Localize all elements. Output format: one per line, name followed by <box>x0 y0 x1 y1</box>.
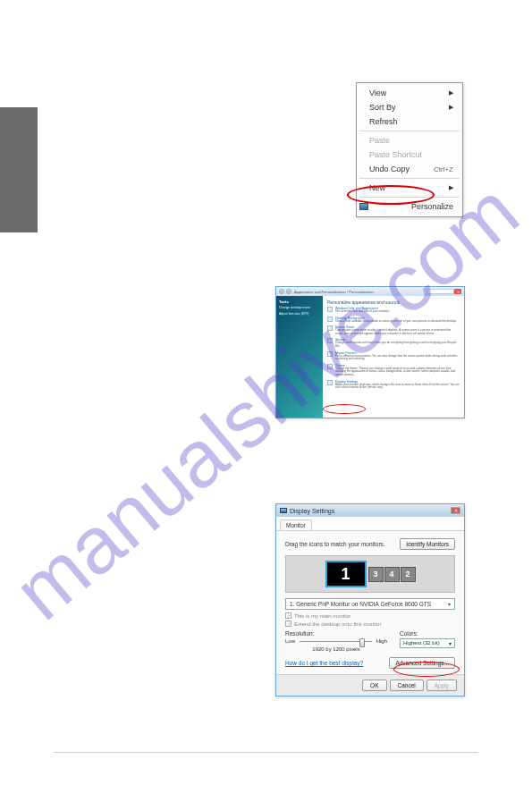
monitor-1[interactable]: 1 <box>325 561 367 587</box>
sidebar: Tasks Change desktop icons Adjust font s… <box>276 296 323 418</box>
menu-personalize[interactable]: Personalize <box>357 199 462 214</box>
sounds-icon <box>327 338 333 343</box>
close-button[interactable]: ✕ <box>451 507 460 514</box>
back-button[interactable]: ‹ <box>279 289 284 294</box>
menu-sort-by[interactable]: Sort By ▶ <box>357 100 462 114</box>
forward-button[interactable]: › <box>286 289 291 294</box>
colors-dropdown[interactable]: Highest (32 bit) ▾ <box>400 638 455 648</box>
checkbox-icon: ✓ <box>285 612 291 619</box>
display-settings-window: Display Settings ✕ Monitor Drag the icon… <box>275 503 465 696</box>
chevron-down-icon: ▾ <box>449 640 452 646</box>
resolution-slider[interactable]: Low High <box>285 638 387 644</box>
sidebar-heading: Tasks <box>279 300 320 304</box>
screensaver-icon <box>327 325 333 331</box>
colors-label: Colors: <box>400 630 455 637</box>
titlebar: ‹ › Appearance and Personalization › Per… <box>276 287 464 296</box>
dialog-button-bar: OK Cancel Apply <box>276 674 464 696</box>
panel-heading: Personalize appearance and sounds <box>327 300 460 305</box>
monitor-dropdown[interactable]: 1. Generic PnP Monitor on NVIDIA GeForce… <box>285 598 455 610</box>
resolution-label: Resolution: <box>285 630 387 637</box>
dropdown-value: 1. Generic PnP Monitor on NVIDIA GeForce… <box>290 601 431 607</box>
menu-undo-shortcut: Ctrl+Z <box>434 165 453 173</box>
colors-group: Colors: Highest (32 bit) ▾ <box>400 630 455 652</box>
drag-instruction: Drag the icons to match your monitors. <box>285 541 385 547</box>
cancel-button[interactable]: Cancel <box>390 680 424 691</box>
monitor-layout-area[interactable]: 1 3 4 2 <box>285 555 455 593</box>
identify-monitors-button[interactable]: Identify Monitors <box>400 538 455 550</box>
titlebar: Display Settings ✕ <box>276 504 464 517</box>
advanced-settings-button[interactable]: Advanced Settings... <box>389 657 455 669</box>
tab-strip: Monitor <box>276 517 464 531</box>
sidebar-link[interactable]: Change desktop icons <box>279 306 320 309</box>
menu-sort-label: Sort By <box>369 103 396 112</box>
menu-new[interactable]: New ▶ <box>357 181 462 195</box>
menu-paste-label: Paste <box>369 136 390 145</box>
menu-paste-shortcut: Paste Shortcut <box>357 148 462 162</box>
desktop-bg-icon <box>327 317 333 322</box>
mouse-icon <box>327 351 333 357</box>
submenu-arrow-icon: ▶ <box>449 89 453 97</box>
slider-low-label: Low <box>285 638 295 644</box>
ok-button[interactable]: OK <box>362 680 386 691</box>
sidebar-link[interactable]: Adjust font size (DPI) <box>279 312 320 316</box>
monitor-4[interactable]: 4 <box>384 567 400 582</box>
apply-button[interactable]: Apply <box>426 680 457 691</box>
main-panel: Personalize appearance and sounds Window… <box>323 296 464 418</box>
menu-separator <box>359 197 460 198</box>
submenu-arrow-icon: ▶ <box>449 184 453 191</box>
menu-undo-label: Undo Copy <box>369 165 410 173</box>
personalize-icon <box>359 203 368 210</box>
colors-value: Highest (32 bit) <box>403 640 440 646</box>
checkbox-label: This is my main monitor <box>294 613 350 619</box>
menu-view[interactable]: View ▶ <box>357 86 462 100</box>
desc: Fine tune the color and style of your wi… <box>335 310 390 314</box>
submenu-arrow-icon: ▶ <box>449 104 453 111</box>
window-title: Display Settings <box>290 508 334 514</box>
desktop-context-menu: View ▶ Sort By ▶ Refresh Paste Paste Sho… <box>356 82 463 217</box>
resolution-group: Resolution: Low High 1920 by 1200 pixels <box>285 630 387 652</box>
slider-track[interactable] <box>300 641 372 642</box>
footer-divider <box>54 752 478 753</box>
tab-monitor[interactable]: Monitor <box>280 519 312 530</box>
checkbox-icon: ✓ <box>285 620 291 627</box>
menu-paste-shortcut-label: Paste Shortcut <box>369 150 422 159</box>
monitor-3[interactable]: 3 <box>368 567 384 582</box>
menu-separator <box>359 178 460 179</box>
theme-icon <box>327 364 333 369</box>
monitor-icon <box>280 508 287 513</box>
breadcrumb: Appearance and Personalization › Persona… <box>294 290 427 294</box>
nav-buttons: ‹ › <box>279 289 291 294</box>
menu-refresh[interactable]: Refresh <box>357 114 462 129</box>
main-monitor-checkbox: ✓ This is my main monitor <box>285 612 455 619</box>
extend-desktop-checkbox: ✓ Extend the desktop onto this monitor <box>285 620 455 627</box>
desc: Change which sounds are heard when you d… <box>335 342 460 348</box>
slider-high-label: High <box>376 638 387 644</box>
dialog-body: Drag the icons to match your monitors. I… <box>276 531 464 674</box>
window-color-icon <box>327 307 333 312</box>
help-link[interactable]: How do I get the best display? <box>285 660 363 666</box>
sidebar-grey-block <box>0 107 38 232</box>
desc: Choose from available backgrounds or col… <box>335 320 457 324</box>
desc: Adjust your monitor resolution, which ch… <box>335 384 460 390</box>
desc: Change your screen saver or adjust when … <box>335 329 460 335</box>
search-input[interactable] <box>427 289 454 294</box>
desc: Pick a different mouse pointer. You can … <box>335 355 460 361</box>
menu-view-label: View <box>369 89 386 97</box>
highlight-ellipse-display-settings <box>323 404 366 414</box>
personalization-window: ‹ › Appearance and Personalization › Per… <box>275 286 465 418</box>
menu-refresh-label: Refresh <box>369 117 398 126</box>
menu-separator <box>359 131 460 131</box>
monitor-2[interactable]: 2 <box>401 567 416 582</box>
menu-new-label: New <box>369 183 385 192</box>
desc: Change the theme. Themes can change a wi… <box>335 367 460 377</box>
menu-personalize-label: Personalize <box>411 202 453 211</box>
display-icon <box>327 380 333 385</box>
menu-paste: Paste <box>357 133 462 148</box>
close-button[interactable]: ✕ <box>454 289 461 294</box>
checkbox-label: Extend the desktop onto this monitor <box>294 621 381 627</box>
chevron-down-icon: ▾ <box>448 601 451 607</box>
resolution-value: 1920 by 1200 pixels <box>285 646 387 652</box>
menu-undo-copy[interactable]: Undo Copy Ctrl+Z <box>357 162 462 176</box>
